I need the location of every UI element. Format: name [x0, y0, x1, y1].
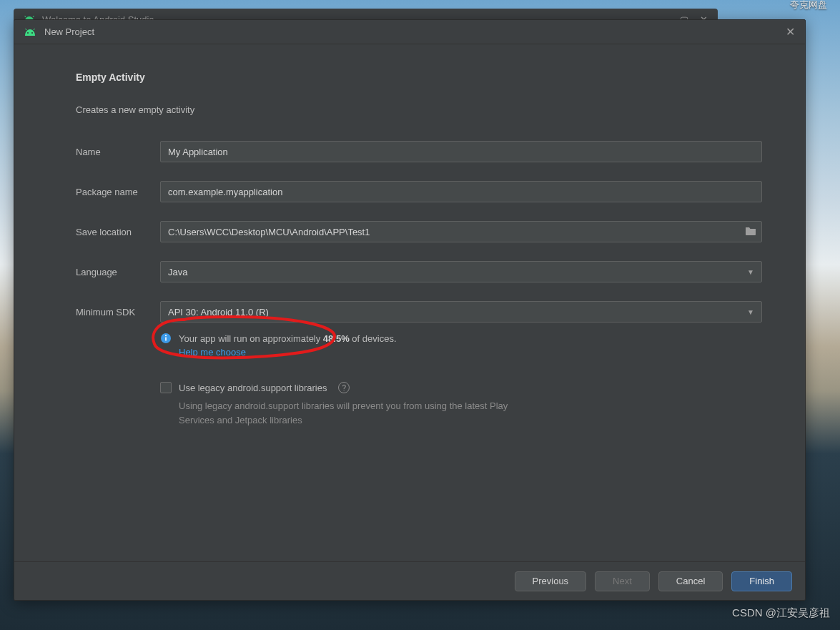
- min-sdk-select[interactable]: API 30: Android 11.0 (R) ▼: [160, 301, 762, 323]
- legacy-checkbox-label: Use legacy android.support libraries: [179, 383, 327, 393]
- label-language: Language: [76, 267, 160, 277]
- svg-point-10: [165, 335, 167, 336]
- dialog-titlebar: New Project ✕: [14, 20, 805, 44]
- legacy-helper-text: Using legacy android.support libraries w…: [179, 399, 543, 427]
- help-me-choose-link[interactable]: Help me choose: [179, 347, 246, 358]
- dialog-footer: Previous Next Cancel Finish: [14, 561, 805, 600]
- previous-button[interactable]: Previous: [515, 571, 587, 591]
- name-input[interactable]: [160, 141, 762, 162]
- info-text-pre: Your app will run on approximately: [179, 333, 323, 344]
- svg-line-7: [34, 29, 35, 30]
- next-button: Next: [595, 571, 650, 591]
- info-percent: 48.5%: [323, 333, 350, 344]
- chevron-down-icon: ▼: [747, 308, 754, 316]
- finish-button[interactable]: Finish: [731, 571, 792, 591]
- label-name: Name: [76, 147, 160, 157]
- cancel-button[interactable]: Cancel: [658, 571, 723, 591]
- chevron-down-icon: ▼: [747, 268, 754, 276]
- label-min-sdk: Minimum SDK: [76, 307, 160, 318]
- dialog-title: New Project: [44, 26, 94, 37]
- legacy-checkbox[interactable]: [160, 382, 172, 393]
- page-description: Creates a new empty activity: [76, 104, 762, 115]
- android-logo-icon: [24, 29, 36, 36]
- kuake-badge: 夸克网盘: [790, 0, 827, 11]
- info-icon: [160, 333, 172, 344]
- info-text-post: of devices.: [350, 333, 397, 344]
- svg-point-4: [27, 32, 29, 34]
- language-select[interactable]: Java ▼: [160, 261, 762, 282]
- help-icon[interactable]: ?: [338, 382, 350, 393]
- label-package: Package name: [76, 187, 160, 197]
- min-sdk-value: API 30: Android 11.0 (R): [168, 307, 269, 318]
- language-value: Java: [168, 267, 187, 277]
- package-input[interactable]: [160, 181, 762, 202]
- coverage-info: Your app will run on approximately 48.5%…: [160, 333, 762, 344]
- watermark: CSDN @江安吴彦祖: [732, 606, 830, 620]
- svg-line-6: [26, 29, 27, 30]
- page-heading: Empty Activity: [76, 72, 762, 83]
- svg-point-5: [31, 32, 33, 34]
- new-project-dialog: New Project ✕ Empty Activity Creates a n…: [14, 19, 806, 601]
- svg-rect-9: [165, 338, 167, 341]
- svg-line-3: [33, 16, 34, 17]
- svg-line-2: [25, 16, 26, 17]
- label-save-location: Save location: [76, 227, 160, 237]
- close-icon[interactable]: ✕: [786, 25, 795, 39]
- save-location-input[interactable]: [160, 221, 762, 242]
- folder-icon[interactable]: [745, 226, 756, 237]
